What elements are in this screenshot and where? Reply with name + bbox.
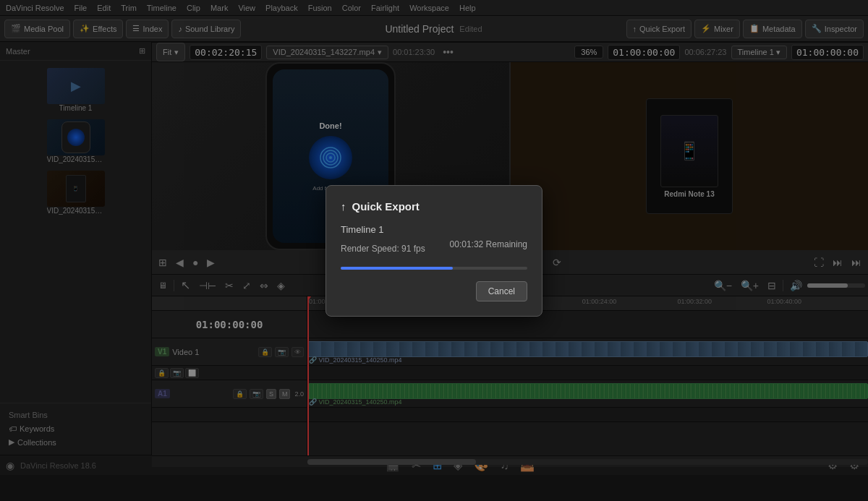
progress-bar-fill (341, 267, 453, 270)
export-modal-icon: ↑ (341, 200, 346, 213)
modal-title-text: Quick Export (352, 200, 420, 213)
modal-status-row: Render Speed: 91 fps 00:01:32 Remaining (341, 239, 527, 261)
cancel-export-button[interactable]: Cancel (476, 281, 527, 301)
render-speed-text: Render Speed: 91 fps (341, 244, 425, 254)
modal-buttons: Cancel (341, 281, 527, 301)
modal-timeline-label: Timeline 1 (341, 224, 527, 235)
modal-overlay: ↑ Quick Export Timeline 1 Render Speed: … (0, 0, 868, 501)
remaining-text: 00:01:32 Remaining (450, 239, 527, 249)
quick-export-modal: ↑ Quick Export Timeline 1 Render Speed: … (326, 185, 542, 317)
progress-bar-container (341, 267, 527, 270)
modal-title: ↑ Quick Export (341, 200, 527, 213)
